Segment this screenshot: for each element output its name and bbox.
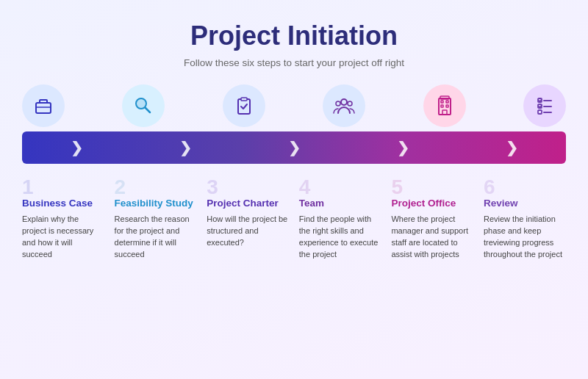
svg-rect-11 [446,101,448,103]
svg-point-7 [336,101,340,106]
arrow-1: ❯ [71,139,83,156]
step3-icon-circle [223,84,265,127]
step-6-desc: Review the initiation phase and keep tre… [484,214,566,261]
step-2-desc: Research the reason for the project and … [115,214,197,261]
svg-point-8 [348,101,352,106]
step5-icon-circle [423,84,466,127]
svg-rect-13 [446,105,448,107]
search-icon [132,94,155,118]
step-4-number: 4 [299,177,381,198]
step-1-title: Business Case [22,198,104,210]
svg-rect-4 [238,99,250,114]
step6-icon-circle [523,84,566,127]
step2-icon-circle [122,84,165,127]
step-3: 3 Project Charter How will the project b… [207,177,289,249]
step-2-number: 2 [115,177,197,198]
svg-line-3 [146,108,151,113]
arrow-2: ❯ [179,139,192,156]
step-1-desc: Explain why the project is necessary and… [22,214,104,261]
svg-rect-5 [241,98,247,101]
step4-icon-circle [323,84,365,127]
svg-rect-10 [441,101,443,103]
svg-rect-0 [36,103,51,113]
steps-row: 1 Business Case Explain why the project … [22,177,566,261]
briefcase-icon [32,94,55,118]
svg-rect-21 [538,110,542,114]
icons-row [22,84,566,127]
progress-bar: ❯ ❯ ❯ ❯ ❯ [22,131,566,164]
page-title: Project Initiation [190,21,398,51]
page-subtitle: Follow these six steps to start your pro… [184,57,404,68]
arrow-4: ❯ [397,139,409,156]
step-4-desc: Find the people with the right skills an… [299,214,381,261]
step-1-number: 1 [22,177,104,198]
step-6-number: 6 [484,177,566,198]
step-4: 4 Team Find the people with the right sk… [299,177,381,261]
step-3-number: 3 [207,177,289,198]
step-5-title: Project Office [391,198,473,210]
review-icon [533,94,556,118]
step-3-desc: How will the project be structured and e… [207,214,289,249]
step-4-title: Team [299,198,381,210]
step-5-desc: Where the project manager and support st… [391,214,473,261]
step-1: 1 Business Case Explain why the project … [22,177,104,261]
clipboard-icon [232,94,256,118]
step1-icon-circle [22,84,65,127]
step-6: 6 Review Review the initiation phase and… [484,177,566,261]
arrow-3: ❯ [288,139,301,156]
step-2: 2 Feasibility Study Research the reason … [115,177,197,261]
step-5: 5 Project Office Where the project manag… [391,177,473,261]
arrow-5: ❯ [506,139,518,156]
team-icon [332,94,356,118]
step-3-title: Project Charter [207,198,289,210]
step-2-title: Feasibility Study [115,198,197,210]
step-5-number: 5 [391,177,473,198]
page: Project Initiation Follow these six step… [0,0,588,379]
svg-rect-12 [441,105,443,107]
building-icon [433,94,456,118]
step-6-title: Review [484,198,566,210]
svg-point-6 [341,99,347,105]
